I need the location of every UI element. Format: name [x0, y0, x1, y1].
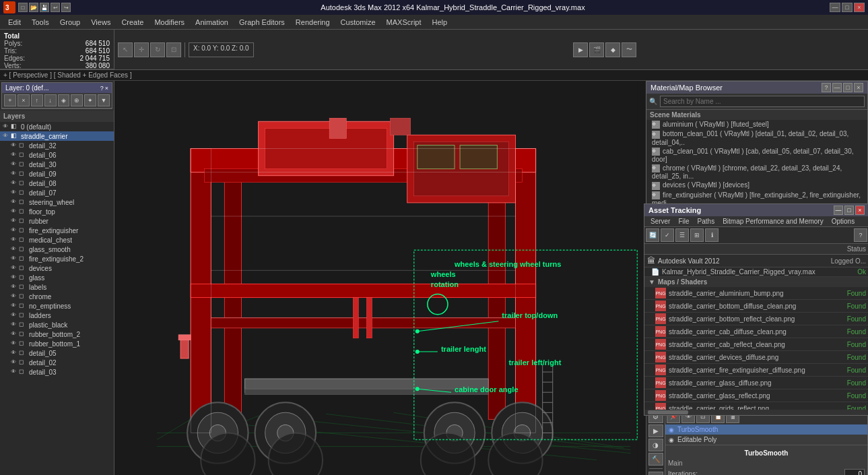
layer-visibility-icon[interactable]: 👁 — [11, 331, 18, 338]
layer-visibility-icon[interactable]: 👁 — [11, 359, 18, 366]
layer-visibility-icon[interactable]: 👁 — [11, 312, 18, 319]
minimize-btn[interactable]: — — [830, 3, 840, 12]
at-file-row[interactable]: PNGstraddle_carrier_bottom_diffuse_clean… — [644, 300, 868, 313]
layer-visibility-icon[interactable]: 👁 — [11, 218, 18, 224]
layer-settings-btn[interactable]: ◈ — [58, 94, 70, 106]
layer-item[interactable]: 👁◻detail_03 — [0, 367, 114, 377]
layer-item[interactable]: 👁◻devices — [0, 263, 114, 273]
at-help-btn[interactable]: ? — [854, 228, 867, 242]
toolbar-scale-btn[interactable]: ⊡ — [166, 42, 181, 57]
material-editor-btn[interactable]: ◆ — [605, 42, 620, 57]
layer-item[interactable]: 👁◻fire_extinguisher — [0, 226, 114, 235]
toolbar-rotate-btn[interactable]: ↻ — [150, 42, 165, 57]
render-btn[interactable]: 🎬 — [589, 42, 604, 57]
menu-item-help[interactable]: Help — [427, 17, 453, 28]
layer-item[interactable]: 👁◻fire_extinguishe_2 — [0, 254, 114, 263]
layer-visibility-icon[interactable]: 👁 — [11, 303, 18, 309]
material-item[interactable]: ◆bottom_clean_001 ( VRayMtl ) [detail_01… — [646, 129, 867, 146]
material-item[interactable]: ◆devices ( VRayMtl ) [devices] — [646, 181, 867, 190]
at-info-btn[interactable]: ℹ — [705, 228, 719, 242]
layer-filter-btn[interactable]: ▼ — [98, 94, 110, 106]
at-grid-btn[interactable]: ⊞ — [690, 228, 704, 242]
at-check-btn[interactable]: ✓ — [661, 228, 674, 242]
modifier-item[interactable]: ◉TurboSmooth — [665, 424, 867, 435]
curve-editor-btn[interactable]: 〜 — [622, 42, 636, 57]
layer-down-btn[interactable]: ↓ — [44, 94, 57, 106]
menu-item-modifiers[interactable]: Modifiers — [149, 17, 190, 28]
layer-visibility-icon[interactable]: 👁 — [3, 133, 9, 139]
layer-visibility-icon[interactable]: 👁 — [11, 161, 18, 168]
layer-item[interactable]: 👁◻steering_wheel — [0, 197, 114, 207]
layer-up-btn[interactable]: ↑ — [31, 94, 43, 106]
layer-visibility-icon[interactable]: 👁 — [11, 199, 18, 205]
menu-item-tools[interactable]: Tools — [26, 17, 55, 28]
at-file-row[interactable]: PNGstraddle_carrier_cab_diffuse_clean.pn… — [644, 325, 868, 338]
layer-visibility-icon[interactable]: 👁 — [11, 189, 18, 196]
motion-tab-btn[interactable]: ▶ — [648, 424, 663, 437]
menu-item-customize[interactable]: Customize — [335, 17, 381, 28]
layer-visibility-icon[interactable]: 👁 — [11, 255, 18, 262]
layer-visibility-icon[interactable]: 👁 — [3, 123, 9, 130]
render-setup-btn[interactable]: ▶ — [573, 42, 588, 57]
add-layer-btn[interactable]: + — [4, 94, 16, 106]
layer-item[interactable]: 👁◻no_emptiness — [0, 301, 114, 311]
close-btn[interactable]: × — [854, 3, 865, 12]
at-menu-item-file[interactable]: File — [674, 217, 693, 226]
layer-item[interactable]: 👁◻detail_30 — [0, 160, 114, 169]
layer-item[interactable]: 👁◧straddle_carrier — [0, 131, 114, 141]
layer-close-btn[interactable]: × — [105, 85, 108, 92]
new-icon[interactable]: □ — [18, 3, 28, 12]
select-filter-btn[interactable]: ▼ — [648, 472, 663, 475]
at-close-btn[interactable]: × — [855, 205, 865, 215]
mb-close-btn[interactable]: × — [854, 83, 863, 92]
layer-visibility-icon[interactable]: 👁 — [11, 180, 18, 187]
layer-item[interactable]: 👁◻rubber_bottom_2 — [0, 329, 114, 339]
layer-item[interactable]: 👁◧0 (default) — [0, 122, 114, 131]
layer-add-obj-btn[interactable]: ⊕ — [71, 94, 83, 106]
at-file-row[interactable]: PNGstraddle_carrier_bottom_reflect_clean… — [644, 313, 868, 325]
layer-item[interactable]: 👁◻glass_smooth — [0, 245, 114, 254]
menu-item-rendering[interactable]: Rendering — [290, 17, 335, 28]
at-file-row[interactable]: PNGstraddle_carrier_grids_reflect.pngFou… — [644, 402, 868, 410]
mb-maximize-btn[interactable]: □ — [843, 83, 853, 92]
mb-minimize-btn[interactable]: — — [832, 83, 842, 92]
material-search-input[interactable] — [660, 96, 865, 107]
layer-select-btn[interactable]: ✦ — [84, 94, 96, 106]
layer-visibility-icon[interactable]: 👁 — [11, 350, 18, 356]
layer-item[interactable]: 👁◻detail_02 — [0, 358, 114, 367]
display-tab-btn[interactable]: ◑ — [648, 439, 663, 451]
toolbar-select-btn[interactable]: ↖ — [118, 42, 133, 57]
layer-item[interactable]: 👁◻rubber — [0, 216, 114, 226]
at-menu-item-bitmap-performance-and-memory[interactable]: Bitmap Performance and Memory — [719, 217, 828, 226]
at-file-row[interactable]: PNGstraddle_carrier_glass_reflect.pngFou… — [644, 389, 868, 402]
material-item[interactable]: ◆aluminium ( VRayMtl ) [fluted_steel] — [646, 120, 867, 129]
layer-item[interactable]: 👁◻detail_08 — [0, 179, 114, 188]
save-icon[interactable]: 💾 — [40, 3, 49, 12]
at-file-row[interactable]: PNGstraddle_carrier_cab_reflect_clean.pn… — [644, 338, 868, 351]
layer-visibility-icon[interactable]: 👁 — [11, 284, 18, 290]
layer-item[interactable]: 👁◻ladders — [0, 311, 114, 320]
material-item[interactable]: ◆chrome ( VRayMtl ) [chrome, detail_22, … — [646, 164, 867, 181]
toolbar-move-btn[interactable]: ✛ — [134, 42, 149, 57]
modifier-item[interactable]: ◉Editable Poly — [665, 435, 867, 445]
maximize-btn[interactable]: □ — [842, 3, 853, 12]
at-file-row[interactable]: PNGstraddle_carrier_aluminium_bump.pngFo… — [644, 287, 868, 300]
utilities-tab-btn[interactable]: 🔨 — [648, 453, 663, 466]
at-section-expand-icon[interactable]: ▼ — [648, 278, 655, 286]
menu-item-create[interactable]: Create — [116, 17, 149, 28]
at-maximize-btn[interactable]: □ — [844, 205, 854, 215]
at-menu-item-server[interactable]: Server — [646, 217, 674, 226]
material-item[interactable]: ◆cab_clean_001 ( VRayMtl ) [cab, detail_… — [646, 147, 867, 164]
layer-visibility-icon[interactable]: 👁 — [11, 369, 18, 375]
at-file-row[interactable]: PNGstraddle_carrier_devices_diffuse.pngF… — [644, 351, 868, 364]
layer-item[interactable]: 👁◻detail_06 — [0, 150, 114, 160]
layer-visibility-icon[interactable]: 👁 — [11, 152, 18, 158]
layer-item[interactable]: 👁◻rubber_bottom_1 — [0, 339, 114, 348]
open-icon[interactable]: 📂 — [29, 3, 38, 12]
layer-visibility-icon[interactable]: 👁 — [11, 274, 18, 281]
at-menu-item-options[interactable]: Options — [828, 217, 859, 226]
layer-visibility-icon[interactable]: 👁 — [11, 142, 18, 149]
layer-item[interactable]: 👁◻detail_05 — [0, 348, 114, 358]
layer-visibility-icon[interactable]: 👁 — [11, 208, 18, 215]
redo-icon[interactable]: ↪ — [61, 3, 71, 12]
